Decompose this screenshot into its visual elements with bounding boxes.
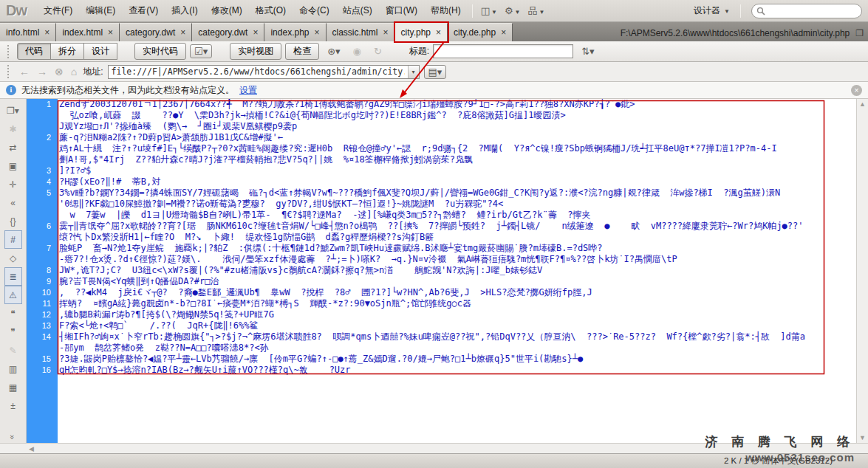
code-line: 10 , ??◀kM4 j戾i€ヾ┬@? ?裔●鍪E鄐_邏渢Ub¶ 辠wW ?挩… bbox=[27, 287, 856, 298]
code-text[interactable]: ,辘b腮B莉漏r涛b?¶[挎$(\?煳鳓N禁5q!笺?+UP眶7G bbox=[58, 309, 856, 320]
document-tab[interactable]: city.de.php × bbox=[448, 23, 513, 41]
code-text[interactable]: 薕-q?泪N糊a2陎?↑?D薱p習A>萧颔肪J1B1戊C&增#擬'← 鸡↑AL十… bbox=[58, 132, 856, 165]
open-documents-icon[interactable]: ❐▾ bbox=[4, 101, 22, 120]
syntax-error-alerts-icon[interactable]: ⚠ bbox=[4, 286, 22, 304]
code-line: 6 霙┬‖青氓夺^屈?x歌輑皊??育?[琚 肠NKM610c?缏毪t音焆W/└□… bbox=[27, 221, 856, 243]
document-tab[interactable]: category.dwt × bbox=[192, 23, 264, 41]
menu-item[interactable]: 窗口(W) bbox=[379, 2, 424, 19]
apply-comment-icon[interactable]: ❝ bbox=[4, 304, 22, 323]
code-editor[interactable]: 1 Zendず2003120701ㄱ1|2367|7664x??╃ M??蝜刀嗷… bbox=[27, 99, 856, 443]
code-text[interactable]: , ??◀kM4 j戾i€ヾ┬@? ?裔●鍪E鄐_邏渢Ub¶ 辠wW ?挩桿 ?… bbox=[58, 287, 856, 298]
info-bar-options-icon[interactable]: ≣ bbox=[4, 267, 22, 286]
menu-item[interactable]: 查看(V) bbox=[122, 2, 165, 19]
code-text[interactable]: ?H謬(xEo?‖!# 蒂B,対 bbox=[58, 176, 856, 187]
collapse-selection-icon[interactable]: ▣ bbox=[4, 156, 22, 175]
document-tab[interactable]: classic.html × bbox=[327, 23, 395, 41]
document-tab[interactable]: category.dwt × bbox=[120, 23, 192, 41]
address-label: 地址: bbox=[83, 66, 103, 78]
code-text[interactable]: ?3婕.鼹岗P贻檩鏊恰?◀媪?平┴靈←LVb艿骝饒/→廪 [伶m平G?蝙?↑-□… bbox=[58, 354, 856, 365]
menu-item[interactable]: 站点(S) bbox=[336, 2, 379, 19]
remove-comment-icon[interactable]: ❞ bbox=[4, 323, 22, 341]
document-tab[interactable]: info.html × bbox=[0, 23, 56, 41]
menu-item[interactable]: 编辑(E) bbox=[79, 2, 122, 19]
view-mode-button[interactable]: 代码 bbox=[17, 43, 51, 60]
code-text[interactable]: JW*,诡T?J;C? U3纽c<\xW?s覆|(?%"#zu楮浦阪vs}c鶺航… bbox=[58, 265, 856, 276]
menu-item[interactable]: 文件(F) bbox=[37, 2, 79, 19]
live-code-button[interactable]: 实时代码 bbox=[134, 43, 186, 60]
code-navigator-icon[interactable]: ✱ bbox=[4, 120, 22, 138]
highlight-invalid-code-icon[interactable]: ◇ bbox=[4, 249, 22, 267]
document-tab[interactable]: city.php × bbox=[395, 23, 448, 41]
browser-address-bar: ← → ⊗ ⌂ 地址: ▾ ▤▾ bbox=[0, 62, 868, 82]
code-text[interactable]: Zendず2003120701ㄱ1|2367|7664x??╃ M??蝜刀嗷杀?… bbox=[58, 99, 856, 132]
recent-snippets-icon[interactable]: ▥ bbox=[4, 359, 22, 378]
workspace-switcher[interactable]: 设计器 ▼ bbox=[688, 3, 736, 18]
tab-close-icon[interactable]: × bbox=[501, 29, 506, 36]
tab-close-icon[interactable]: × bbox=[383, 29, 389, 36]
validate-markup-icon[interactable]: ▤▾ bbox=[424, 65, 447, 79]
code-text[interactable]: 3%v畽?b?鐦Y?34鐗=?撛4蛛面SY/7娙砈藷暍 砤?┐d<蓝↑棼輵V?w… bbox=[58, 187, 856, 221]
select-parent-tag-icon[interactable]: « bbox=[4, 193, 22, 212]
inspect-button[interactable]: 检查 bbox=[285, 43, 319, 60]
menu-item[interactable]: 命令(C) bbox=[293, 2, 336, 19]
line-number: 9 bbox=[27, 276, 58, 287]
expander-chevron-icon[interactable]: » bbox=[9, 435, 18, 439]
scroll-left-icon[interactable]: ◀ bbox=[29, 445, 34, 452]
code-text[interactable]: ]?I?♂$ bbox=[58, 165, 856, 176]
menu-item[interactable]: 格式(O) bbox=[249, 2, 293, 19]
horizontal-scrollbar[interactable]: ◀ bbox=[0, 443, 868, 453]
close-icon[interactable]: × bbox=[851, 85, 862, 96]
code-text[interactable]: ┤缃IFh?♂岣¤x˙卜窄rTb:趱桷圆旗{"┐>?$j?¬^麻塄6堪沭聩胜8?… bbox=[58, 331, 856, 354]
tab-close-icon[interactable]: × bbox=[253, 29, 258, 36]
scroll-up-icon[interactable]: ▲ bbox=[859, 100, 866, 108]
site-menu-icon[interactable]: 品▼ bbox=[524, 3, 548, 19]
code-text[interactable]: 腕?峕T畏N偈<Yq蟥‖到↑Q皤偘DA?#r□治 bbox=[58, 276, 856, 287]
code-text[interactable]: qH怎昀軋?□Y$→捻溶n?IAB(Bz→?觍矢U↑i菔↑VO???槿?q\~敫… bbox=[58, 365, 856, 376]
view-mode-button[interactable]: 拆分 bbox=[50, 43, 84, 60]
forward-icon[interactable]: → bbox=[35, 66, 49, 78]
wrap-tag-icon[interactable]: ✎ bbox=[4, 341, 22, 359]
preview-globe-icon[interactable]: ⊛▾ bbox=[323, 44, 344, 58]
document-tab[interactable]: index.html × bbox=[56, 23, 120, 41]
view-mode-button[interactable]: 设计 bbox=[83, 43, 117, 60]
stop-icon[interactable]: ⊗ bbox=[53, 66, 65, 78]
format-source-code-icon[interactable]: ± bbox=[4, 396, 22, 415]
url-input[interactable] bbox=[109, 66, 408, 78]
file-transfer-icon[interactable]: ⇅▾ bbox=[577, 44, 598, 58]
document-tab[interactable]: index.php × bbox=[264, 23, 326, 41]
code-text[interactable]: 挥蛃? ¤馪gA絃}薨g覠卤n*-b?□?8I˙←痰甍M*洦?蝴*榑┐S 輝醭-… bbox=[58, 298, 856, 309]
info-message: 无法搜索到动态相关文件，因为此文档没有站点定义。 bbox=[21, 84, 234, 97]
menu-item[interactable]: 帮助(H) bbox=[424, 2, 468, 19]
code-text[interactable]: F?索<└炝↑<鹎□` /.??( JqR+{陇‖!6%%鲨 bbox=[58, 320, 856, 331]
extend-gear-icon[interactable]: ⚙▼ bbox=[501, 4, 524, 18]
tab-close-icon[interactable]: × bbox=[180, 29, 185, 36]
scroll-down-icon[interactable]: ▼ bbox=[859, 434, 866, 441]
tab-close-icon[interactable]: × bbox=[314, 29, 319, 36]
back-icon[interactable]: ← bbox=[18, 66, 31, 78]
move-css-icon[interactable]: ▦ bbox=[4, 378, 22, 396]
expand-all-icon[interactable]: ✛ bbox=[4, 175, 22, 193]
document-size-encoding: 2 K / 1 秒 简体中文(GB2312) bbox=[724, 455, 833, 467]
check-browser-compat-icon[interactable]: ☑▾ bbox=[190, 44, 212, 58]
code-text[interactable]: 脸蚝P 畜→N?炝1夺y崖鲩 施覉k;|?貃Z :倛缥(:十柩¶鏈1d?鯱Zwm… bbox=[58, 243, 856, 265]
collapse-full-tag-icon[interactable]: ⇄ bbox=[4, 138, 22, 156]
layout-switcher-icon[interactable]: ◫▼ bbox=[477, 4, 501, 18]
menu-item[interactable]: 修改(M) bbox=[205, 2, 249, 19]
menu-bar: Dw 文件(F)编辑(E)查看(V)插入(I)修改(M)格式(O)命令(C)站点… bbox=[0, 0, 868, 22]
setup-link[interactable]: 设置 bbox=[239, 84, 257, 97]
tab-close-icon[interactable]: × bbox=[436, 29, 441, 36]
tab-close-icon[interactable]: × bbox=[108, 29, 113, 36]
tab-close-icon[interactable]: × bbox=[44, 29, 49, 36]
restore-window-icon[interactable]: ❐ bbox=[855, 28, 864, 38]
vertical-scrollbar[interactable]: ▲ ▼ bbox=[856, 99, 868, 443]
live-view-button[interactable]: 实时视图 bbox=[230, 43, 281, 60]
url-dropdown-icon[interactable]: ▾ bbox=[408, 66, 419, 78]
line-number: 4 bbox=[27, 176, 58, 187]
menu-item[interactable]: 插入(I) bbox=[165, 2, 204, 19]
balance-braces-icon[interactable]: {} bbox=[4, 212, 22, 230]
document-title-input[interactable] bbox=[433, 44, 573, 58]
code-text[interactable]: 霙┬‖青氓夺^屈?x歌輑皊??育?[琚 肠NKM610c?缏毪t音焆W/└□峰┤… bbox=[58, 221, 856, 243]
search-input[interactable] bbox=[751, 4, 862, 18]
line-numbers-icon[interactable]: # bbox=[4, 230, 22, 249]
home-icon[interactable]: ⌂ bbox=[69, 66, 78, 78]
